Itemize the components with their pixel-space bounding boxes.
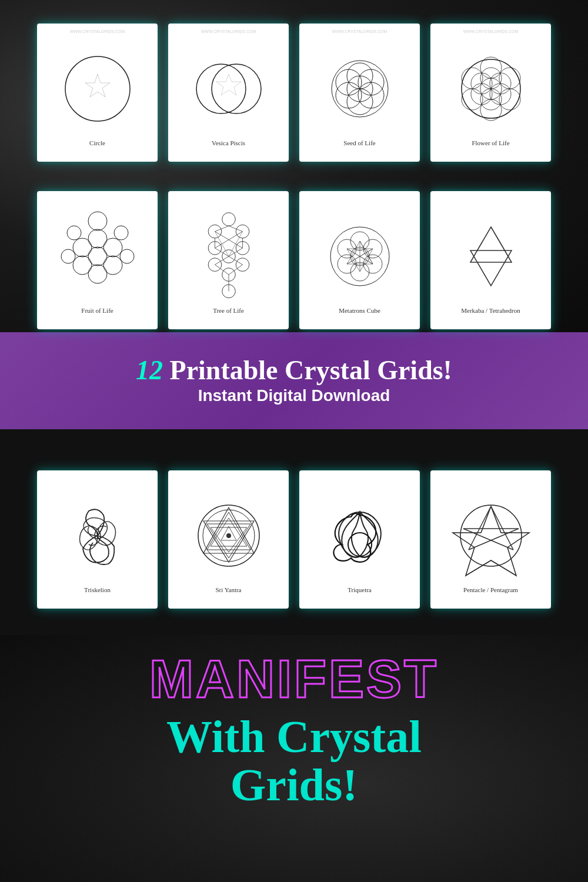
svg-point-102 bbox=[460, 505, 522, 566]
svg-point-0 bbox=[65, 56, 130, 121]
manifest-subtitle: With Crystal bbox=[12, 711, 576, 762]
metatron-icon bbox=[316, 209, 404, 303]
card-flower: WWW.CRYSTALGRIDS.COM Flower of Life bbox=[430, 24, 551, 162]
svg-point-36 bbox=[120, 249, 134, 263]
svg-marker-96 bbox=[203, 521, 254, 562]
svg-line-104 bbox=[491, 506, 513, 550]
banner-text: Printable Crystal Grids! bbox=[163, 355, 452, 385]
banner: 12 Printable Crystal Grids! Instant Digi… bbox=[0, 332, 588, 429]
triquetra-label: Triquetra bbox=[348, 586, 372, 593]
svg-marker-97 bbox=[207, 524, 250, 558]
card-row-2: Fruit of Life bbox=[0, 179, 588, 341]
svg-point-34 bbox=[88, 212, 107, 230]
manifest-subtitle2: Grids! bbox=[12, 762, 576, 808]
seed-icon bbox=[316, 42, 404, 136]
seed-label: Seed of Life bbox=[343, 139, 375, 146]
svg-line-62 bbox=[215, 232, 229, 256]
svg-line-88 bbox=[470, 242, 482, 262]
card-triskelion: Triskelion bbox=[37, 470, 158, 609]
svg-point-33 bbox=[73, 238, 92, 257]
svg-line-108 bbox=[463, 529, 513, 550]
svg-line-86 bbox=[491, 227, 500, 242]
svg-line-60 bbox=[229, 265, 243, 275]
svg-point-30 bbox=[103, 256, 122, 275]
card-metatron: Metatrons Cube bbox=[299, 191, 420, 329]
card-seed: WWW.CRYSTALGRIDS.COM Seed of Life bbox=[299, 24, 420, 162]
merkaba-icon bbox=[447, 209, 535, 303]
flower-label: Flower of Life bbox=[472, 139, 509, 146]
merkaba-label: Merkaba / Tetrahedron bbox=[461, 307, 520, 314]
svg-line-55 bbox=[215, 248, 229, 256]
svg-point-99 bbox=[226, 533, 231, 538]
circle-label: Circle bbox=[89, 139, 105, 146]
tree-label: Tree of Life bbox=[213, 307, 244, 314]
card-sriyantra: Sri Yantra bbox=[168, 470, 289, 609]
svg-marker-85 bbox=[470, 250, 512, 286]
svg-line-57 bbox=[215, 256, 229, 265]
svg-marker-4 bbox=[216, 74, 241, 95]
svg-point-37 bbox=[67, 226, 81, 240]
card-fruit: Fruit of Life bbox=[37, 191, 158, 329]
card-circle: WWW.CRYSTALGRIDS.COM Circle bbox=[37, 24, 158, 162]
svg-line-89 bbox=[500, 242, 512, 262]
banner-number: 12 bbox=[136, 355, 163, 385]
svg-line-106 bbox=[469, 529, 519, 550]
triskelion-label: Triskelion bbox=[84, 586, 111, 593]
fruit-label: Fruit of Life bbox=[81, 307, 113, 314]
triskelion-icon bbox=[54, 489, 142, 583]
svg-point-2 bbox=[196, 64, 246, 113]
svg-line-105 bbox=[469, 506, 491, 550]
flower-icon bbox=[447, 42, 535, 136]
svg-line-49 bbox=[215, 226, 229, 231]
svg-point-31 bbox=[88, 265, 107, 283]
manifest-section: MANIFEST With Crystal Grids! bbox=[0, 641, 588, 820]
tree-icon bbox=[185, 209, 273, 303]
card-row-3: Triskelion Sri Yantra bbox=[0, 459, 588, 620]
circle-icon bbox=[54, 42, 142, 136]
svg-line-63 bbox=[229, 232, 243, 256]
card-triquetra: Triquetra bbox=[299, 470, 420, 609]
svg-point-27 bbox=[88, 247, 107, 266]
vesica-label: Vesica Piscis bbox=[212, 139, 245, 146]
svg-line-58 bbox=[229, 256, 243, 265]
card-tree: Tree of Life bbox=[168, 191, 289, 329]
svg-marker-84 bbox=[470, 227, 512, 262]
manifest-title: MANIFEST bbox=[12, 653, 576, 706]
card-vesica: WWW.CRYSTALGRIDS.COM Vesica Piscis bbox=[168, 24, 289, 162]
sriyantra-label: Sri Yantra bbox=[215, 586, 241, 593]
card-pentacle: Pentacle / Pentagram bbox=[430, 470, 551, 609]
svg-point-29 bbox=[103, 238, 122, 257]
card-merkaba: Merkaba / Tetrahedron bbox=[430, 191, 551, 329]
svg-point-3 bbox=[212, 64, 261, 113]
metatron-label: Metatrons Cube bbox=[339, 307, 380, 314]
fruit-icon bbox=[54, 209, 142, 303]
svg-point-38 bbox=[61, 249, 75, 263]
svg-line-59 bbox=[215, 265, 229, 275]
triquetra-icon bbox=[316, 489, 404, 583]
banner-line1: 12 Printable Crystal Grids! bbox=[136, 357, 452, 384]
svg-point-39 bbox=[222, 213, 235, 226]
svg-point-28 bbox=[88, 229, 107, 248]
pentacle-icon bbox=[447, 489, 535, 583]
svg-marker-103 bbox=[453, 506, 529, 576]
svg-point-35 bbox=[114, 226, 128, 240]
pentacle-label: Pentacle / Pentagram bbox=[463, 586, 518, 593]
sriyantra-icon bbox=[185, 489, 273, 583]
svg-line-56 bbox=[229, 248, 243, 256]
svg-point-32 bbox=[73, 256, 92, 275]
vesica-icon bbox=[185, 42, 273, 136]
card-row-1: WWW.CRYSTALGRIDS.COM Circle WWW.CRYSTALG… bbox=[0, 12, 588, 173]
svg-line-50 bbox=[229, 226, 243, 231]
svg-marker-1 bbox=[85, 74, 110, 97]
banner-line2: Instant Digital Download bbox=[198, 386, 390, 405]
